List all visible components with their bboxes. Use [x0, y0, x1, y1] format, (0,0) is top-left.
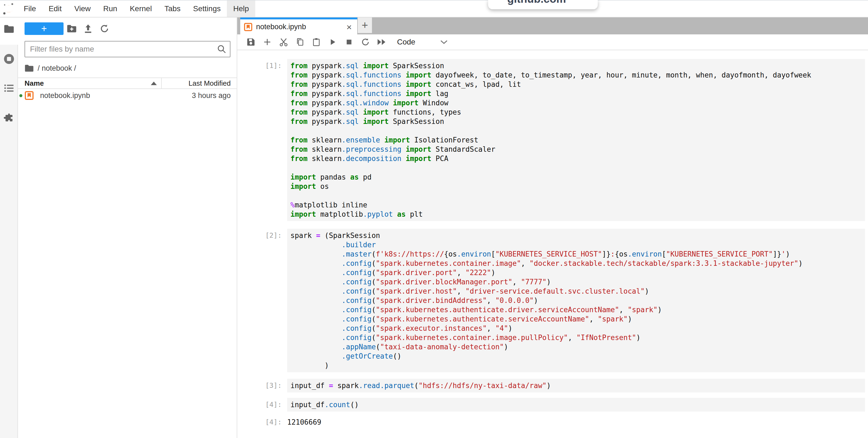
cut-cells-button[interactable]	[278, 36, 289, 48]
cell-type-value: Code	[397, 38, 415, 47]
restart-kernel-button[interactable]	[360, 36, 371, 48]
notebook-cells: [1]:from pyspark.sql import SparkSession…	[237, 50, 868, 438]
notebook-tab-icon	[244, 23, 252, 31]
cell-editor[interactable]: from pyspark.sql import SparkSessionfrom…	[287, 59, 865, 221]
menu-items: FileEditViewRunKernelTabsSettingsHelp	[18, 1, 255, 17]
tab-title: notebook.ipynb	[256, 23, 341, 31]
menubar: FileEditViewRunKernelTabsSettingsHelp	[0, 0, 868, 18]
new-tab-button[interactable]: +	[358, 18, 372, 33]
save-button[interactable]	[245, 36, 257, 48]
column-header-last-modified[interactable]: Last Modified	[161, 78, 237, 88]
refresh-button[interactable]	[96, 22, 113, 35]
code-cell: [4]:input_df.count()	[237, 398, 865, 411]
cell-editor[interactable]: input_df = spark.read.parquet("hdfs://hd…	[287, 379, 865, 392]
github-popup-text: github.com	[507, 0, 566, 5]
notebook-file-icon	[25, 91, 34, 100]
file-browser-toolbar: +	[18, 20, 237, 37]
restart-run-all-button[interactable]	[376, 36, 388, 48]
run-cell-button[interactable]	[327, 36, 339, 48]
code-cell: [1]:from pyspark.sql import SparkSession…	[237, 59, 865, 221]
search-icon	[217, 44, 227, 54]
cell-output: [4]:12106669	[237, 415, 868, 427]
file-browser-icon[interactable]	[0, 21, 18, 36]
menu-item-help[interactable]: Help	[227, 1, 255, 17]
extensions-icon[interactable]	[0, 110, 18, 125]
copy-cells-button[interactable]	[294, 36, 306, 48]
tab-close-icon[interactable]: ×	[345, 22, 353, 32]
jupyter-logo	[0, 2, 18, 15]
notebook-dock: notebook.ipynb × +	[237, 18, 868, 438]
notebook-toolbar: Code	[237, 34, 868, 50]
menu-item-settings[interactable]: Settings	[187, 1, 227, 17]
home-folder-icon[interactable]	[25, 64, 34, 72]
input-prompt: [4]:	[237, 398, 287, 411]
paste-cells-button[interactable]	[310, 36, 322, 48]
new-launcher-button[interactable]: +	[25, 22, 64, 35]
file-list-header: Name Last Modified	[18, 78, 237, 89]
github-popup: github.com	[488, 0, 598, 9]
menu-item-edit[interactable]: Edit	[42, 1, 68, 17]
chevron-down-icon	[440, 39, 448, 45]
upload-button[interactable]	[80, 22, 96, 35]
filter-files-box	[25, 41, 230, 57]
filter-files-input[interactable]	[25, 41, 230, 57]
sort-ascending-icon	[151, 82, 157, 85]
input-prompt: [3]:	[237, 379, 287, 392]
cell-editor[interactable]: input_df.count()	[287, 398, 865, 411]
file-last-modified: 3 hours ago	[192, 91, 237, 100]
cell-type-dropdown[interactable]: Code	[397, 38, 448, 47]
file-list: notebook.ipynb3 hours ago	[18, 89, 237, 101]
output-prompt: [4]:	[237, 415, 287, 427]
menu-item-view[interactable]: View	[68, 1, 97, 17]
activity-bar	[0, 18, 18, 438]
menu-item-file[interactable]: File	[18, 1, 42, 17]
file-name: notebook.ipynb	[40, 91, 90, 100]
tab-bar: notebook.ipynb × +	[237, 18, 868, 34]
code-cell: [2]:spark = (SparkSession .builder .mast…	[237, 229, 865, 372]
menu-item-run[interactable]: Run	[97, 1, 124, 17]
file-browser-panel: + / notebook / Name Last Modified	[18, 18, 237, 438]
file-row[interactable]: notebook.ipynb3 hours ago	[18, 89, 237, 101]
input-prompt: [1]:	[237, 59, 287, 221]
table-of-contents-icon[interactable]	[0, 81, 18, 96]
new-folder-button[interactable]	[64, 22, 80, 35]
cell-editor[interactable]: spark = (SparkSession .builder .master(f…	[287, 229, 865, 372]
add-cell-button[interactable]	[261, 36, 273, 48]
code-cell: [3]:input_df = spark.read.parquet("hdfs:…	[237, 379, 865, 392]
input-prompt: [2]:	[237, 229, 287, 372]
tab-notebook[interactable]: notebook.ipynb ×	[240, 18, 357, 34]
breadcrumb-path: / notebook /	[38, 64, 76, 72]
output-value: 12106669	[287, 415, 321, 427]
breadcrumb[interactable]: / notebook /	[25, 62, 76, 75]
menu-item-tabs[interactable]: Tabs	[158, 1, 187, 17]
menu-item-kernel[interactable]: Kernel	[124, 1, 158, 17]
running-kernels-icon[interactable]	[0, 51, 18, 66]
column-header-name[interactable]: Name	[18, 79, 161, 88]
interrupt-kernel-button[interactable]	[343, 36, 355, 48]
running-indicator-dot	[19, 94, 22, 97]
